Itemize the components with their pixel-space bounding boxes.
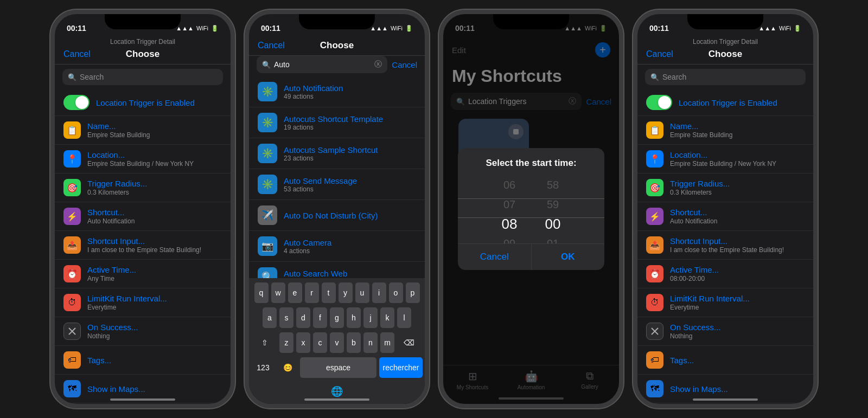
- key-e[interactable]: e: [288, 282, 302, 303]
- key-u[interactable]: u: [355, 282, 369, 303]
- list-item-tags-1[interactable]: 🏷 Tags...: [55, 346, 231, 375]
- key-w[interactable]: w: [271, 282, 285, 303]
- list-item-limit-1[interactable]: ⏱ LimitKit Run Interval... Everytime: [55, 288, 231, 317]
- mins-col-3: 58 59 00 01 02: [537, 175, 569, 239]
- key-z[interactable]: z: [279, 332, 293, 353]
- key-k[interactable]: k: [380, 307, 394, 328]
- key-j[interactable]: j: [363, 307, 378, 328]
- list-item-shortcut-4[interactable]: ⚡ Shortcut... Auto Notification: [637, 202, 813, 231]
- maps-icon-4: 🗺: [646, 380, 663, 397]
- key-x[interactable]: x: [296, 332, 310, 353]
- limit-content-1: LimitKit Run Interval... Everytime: [87, 294, 222, 311]
- key-g[interactable]: g: [330, 307, 344, 328]
- key-v[interactable]: v: [330, 332, 344, 353]
- nav-bar-1: Cancel Choose: [55, 47, 231, 65]
- activetime-sub-4: 08:00-20:00: [670, 275, 805, 282]
- search-area-2: 🔍 Auto ⓧ Cancel: [249, 56, 425, 73]
- key-s[interactable]: s: [279, 307, 293, 328]
- keyboard-row-4: 123 😊 espace rechercher: [251, 357, 423, 378]
- key-emoji[interactable]: 😊: [278, 357, 297, 378]
- key-a[interactable]: a: [263, 307, 277, 328]
- shortcut-item-1[interactable]: ✳️ Autocuts Shortcut Template 19 actions: [249, 107, 425, 138]
- search-icon-4: 🔍: [650, 73, 659, 81]
- min-58: 58: [537, 175, 569, 195]
- list-item-success-4[interactable]: On Success... Nothing: [637, 317, 813, 346]
- key-p[interactable]: p: [406, 282, 420, 303]
- shortcut-item-3[interactable]: ✳️ Auto Send Message 53 actions: [249, 169, 425, 200]
- list-item-tags-4[interactable]: 🏷 Tags...: [637, 346, 813, 375]
- key-r[interactable]: r: [305, 282, 319, 303]
- cancel-btn-1[interactable]: Cancel: [63, 49, 96, 59]
- list-item-location-4[interactable]: 📍 Location... Empire State Building / Ne…: [637, 145, 813, 173]
- key-h[interactable]: h: [347, 307, 361, 328]
- search-placeholder-4: Search: [662, 73, 686, 81]
- key-l[interactable]: l: [397, 307, 411, 328]
- enabled-row-1[interactable]: Location Trigger is Enabled: [55, 89, 231, 116]
- shortcut-icon-0: ✳️: [258, 82, 277, 101]
- enabled-row-4[interactable]: Location Trigger is Enabled: [637, 89, 813, 116]
- search-cancel-2[interactable]: Cancel: [392, 60, 417, 69]
- list-item-radius-4[interactable]: 🎯 Trigger Radius... 0.3 Kilometers: [637, 173, 813, 202]
- signal-icon: ▲▲▲: [176, 25, 194, 31]
- search-bar-1[interactable]: 🔍 Search: [62, 69, 223, 85]
- key-q[interactable]: q: [254, 282, 269, 303]
- key-search[interactable]: rechercher: [379, 357, 423, 378]
- key-y[interactable]: y: [339, 282, 353, 303]
- list-item-activetime-1[interactable]: ⏰ Active Time... Any Time: [55, 260, 231, 288]
- list-item-shortcut-1[interactable]: ⚡ Shortcut... Auto Notification: [55, 202, 231, 231]
- toggle-1[interactable]: [63, 95, 90, 110]
- location-title-1: Location...: [87, 150, 222, 159]
- list-item-reset-4[interactable]: 🔄 Reset: [637, 403, 813, 404]
- key-f[interactable]: f: [313, 307, 327, 328]
- key-i[interactable]: i: [372, 282, 386, 303]
- key-shift[interactable]: ⇧: [253, 332, 277, 353]
- shortcut-item-4[interactable]: ✈️ Auto Do Not Disturb (City): [249, 200, 425, 231]
- radius-title-1: Trigger Radius...: [87, 179, 222, 188]
- cancel-btn-2[interactable]: Cancel: [258, 41, 290, 50]
- list-item-reset-1[interactable]: 🔄 Reset: [55, 403, 231, 404]
- time-picker-3[interactable]: 06 07 08 09 10 58 59 00: [458, 173, 604, 243]
- key-123[interactable]: 123: [251, 357, 275, 378]
- shortcut-item-5[interactable]: 📷 Auto Camera 4 actions: [249, 231, 425, 262]
- list-item-limit-4[interactable]: ⏱ LimitKit Run Interval... Everytime: [637, 288, 813, 317]
- key-m[interactable]: m: [380, 332, 394, 353]
- dialog-cancel-3[interactable]: Cancel: [458, 244, 532, 270]
- search-value-2: Auto: [274, 60, 371, 69]
- globe-icon[interactable]: 🌐: [331, 385, 343, 397]
- radius-content-1: Trigger Radius... 0.3 Kilometers: [87, 179, 222, 196]
- list-item-input-4[interactable]: 📤 Shortcut Input... I am close to the Em…: [637, 231, 813, 260]
- cancel-btn-4[interactable]: Cancel: [646, 49, 679, 59]
- shortcut-title-6a: Auto Search Web: [284, 269, 416, 278]
- list-item-name-1[interactable]: 📋 Name... Empire State Building: [55, 116, 231, 145]
- limit-icon-4: ⏱: [646, 294, 663, 311]
- dialog-ok-3[interactable]: OK: [532, 244, 605, 270]
- key-n[interactable]: n: [363, 332, 378, 353]
- hour-07: 07: [493, 195, 526, 214]
- search-clear-2[interactable]: ⓧ: [374, 60, 382, 69]
- key-d[interactable]: d: [296, 307, 310, 328]
- list-item-success-1[interactable]: On Success... Nothing: [55, 317, 231, 346]
- name-sub-4: Empire State Building: [670, 131, 805, 139]
- nav-title-2: Choose: [290, 40, 384, 51]
- list-item-name-4[interactable]: 📋 Name... Empire State Building: [637, 116, 813, 145]
- toggle-4[interactable]: [646, 95, 672, 110]
- key-o[interactable]: o: [389, 282, 403, 303]
- tags-icon-1: 🏷: [63, 351, 81, 369]
- keyboard-row-2: a s d f g h j k l: [251, 307, 423, 328]
- shortcut-item-0[interactable]: ✳️ Auto Notification 49 actions: [249, 76, 425, 107]
- list-item-input-1[interactable]: 📤 Shortcut Input... I am close to the Em…: [55, 231, 231, 260]
- list-item-location-1[interactable]: 📍 Location... Empire State Building / Ne…: [55, 145, 231, 173]
- key-b[interactable]: b: [347, 332, 361, 353]
- radius-sub-1: 0.3 Kilometers: [87, 189, 222, 196]
- shortcut-item-2[interactable]: ✳️ Autocuts Sample Shortcut 23 actions: [249, 138, 425, 169]
- search-box-2[interactable]: 🔍 Auto ⓧ: [257, 56, 387, 73]
- key-space[interactable]: espace: [300, 357, 376, 378]
- key-c[interactable]: c: [313, 332, 327, 353]
- search-bar-4[interactable]: 🔍 Search: [645, 69, 806, 85]
- key-t[interactable]: t: [322, 282, 336, 303]
- shortcut-title-1: Shortcut...: [87, 208, 222, 217]
- list-item-activetime-4[interactable]: ⏰ Active Time... 08:00-20:00: [637, 260, 813, 288]
- enabled-text-4: Location Trigger is Enabled: [679, 98, 805, 107]
- list-item-radius-1[interactable]: 🎯 Trigger Radius... 0.3 Kilometers: [55, 173, 231, 202]
- key-delete[interactable]: ⌫: [397, 332, 421, 353]
